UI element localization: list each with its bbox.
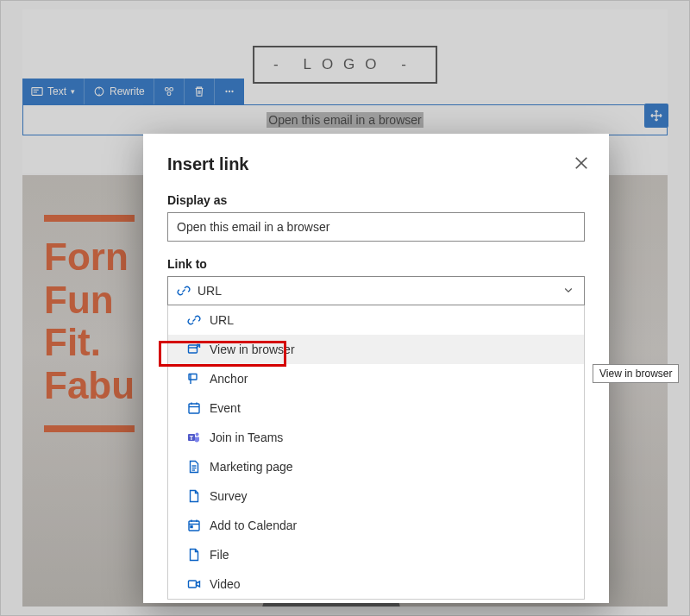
dialog-title: Insert link [167,154,585,174]
page-icon [187,460,201,474]
option-label: Join in Teams [210,431,283,444]
link-to-selected-value: URL [198,284,222,298]
link-to-dropdown[interactable]: URL [167,276,585,305]
svg-rect-28 [191,526,192,528]
option-add-to-calendar[interactable]: Add to Calendar [168,511,584,540]
option-label: Event [210,401,241,415]
svg-point-22 [196,433,199,437]
option-event[interactable]: Event [168,393,584,423]
link-to-options-list: URL View in browser Anchor Event T Join … [167,305,585,600]
option-label: Video [210,577,241,591]
option-label: URL [210,313,234,327]
option-marketing-page[interactable]: Marketing page [168,452,584,481]
option-label: Add to Calendar [210,519,297,532]
video-icon [187,577,201,591]
browser-icon [187,343,201,356]
survey-icon [187,489,201,503]
url-icon [177,284,191,298]
anchor-icon [187,372,201,386]
event-icon [187,401,201,415]
option-file[interactable]: File [168,540,584,569]
option-video[interactable]: Video [168,569,584,599]
insert-link-dialog: Insert link Display as Link to URL URL V… [143,134,609,603]
teams-icon: T [187,431,201,444]
option-label: Anchor [210,372,248,386]
chevron-down-icon [563,284,574,298]
option-url[interactable]: URL [168,305,584,335]
svg-rect-12 [189,345,198,353]
svg-rect-31 [189,581,197,588]
display-as-label: Display as [167,193,585,207]
option-label: View in browser [210,343,295,356]
url-icon [187,313,201,327]
display-as-input[interactable] [167,212,585,242]
option-join-in-teams[interactable]: T Join in Teams [168,423,584,452]
option-survey[interactable]: Survey [168,481,584,511]
option-label: Marketing page [210,460,293,474]
calendar-icon [187,519,201,532]
option-anchor[interactable]: Anchor [168,364,584,393]
option-label: Survey [210,489,248,503]
tooltip: View in browser [593,364,679,383]
close-button[interactable] [573,154,590,172]
svg-text:T: T [190,435,194,441]
close-icon [573,154,590,172]
option-view-in-browser[interactable]: View in browser [168,335,584,364]
file-icon [187,548,201,562]
svg-rect-16 [189,404,199,413]
link-to-label: Link to [167,257,585,271]
option-label: File [210,548,229,562]
